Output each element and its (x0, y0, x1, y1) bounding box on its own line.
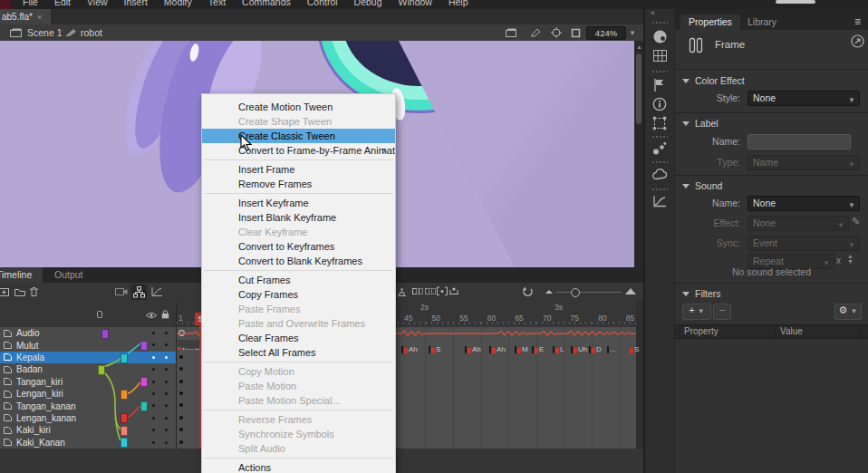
timeline-zoom-slider[interactable] (571, 288, 580, 297)
mouth-frame-label[interactable]: D (589, 341, 602, 351)
menu-item-insert-keyframe[interactable]: Insert Keyframe (202, 196, 395, 210)
clip-content-icon[interactable] (571, 28, 581, 38)
document-tab[interactable]: ab5.fla* × (0, 9, 51, 24)
menu-item-create-motion-tween[interactable]: Create Motion Tween (202, 100, 395, 114)
large-frames-icon[interactable] (625, 286, 637, 296)
style-dropdown[interactable]: None▼ (747, 91, 860, 106)
mouth-frame-label[interactable]: S (429, 341, 440, 351)
menu-item-convert-to-frame-by-frame[interactable]: Convert to Frame-by-Frame Animation› (202, 143, 395, 158)
scene-clapper-icon[interactable] (10, 28, 22, 37)
menu-window[interactable]: Window (391, 0, 440, 8)
camera-icon[interactable] (115, 286, 128, 296)
menu-item-clear-frames[interactable]: Clear Frames (202, 331, 395, 345)
circular-arrow-icon[interactable] (851, 34, 864, 48)
menu-file[interactable]: File (14, 0, 46, 8)
graph-editor-icon[interactable] (151, 286, 163, 297)
layer-swatch-lengan-kiri[interactable] (121, 390, 128, 400)
menu-debug[interactable]: Debug (346, 0, 391, 8)
parent-view-toggle[interactable] (131, 285, 147, 300)
frame-label-neutral[interactable]: Neutr (178, 340, 201, 350)
creative-cloud-icon[interactable] (652, 169, 668, 180)
mouth-frame-label[interactable]: E (532, 341, 544, 351)
edit-scene-icon[interactable] (506, 28, 517, 37)
keyframe-tangan-kanan[interactable] (179, 403, 183, 407)
frames-board-icon[interactable] (652, 49, 668, 63)
layer-swatch-kaki-kanan[interactable] (121, 438, 128, 448)
scrollbar-thumb[interactable] (636, 53, 641, 124)
eye-icon[interactable] (146, 312, 157, 319)
mouth-frame-label[interactable]: S (630, 341, 639, 351)
layer-swatch-tangan-kiri[interactable] (140, 377, 148, 387)
mouth-frame-label[interactable]: Uh (571, 341, 587, 351)
transform-grid-icon[interactable] (652, 116, 667, 130)
close-icon[interactable]: × (37, 13, 42, 22)
edit-multiple-frames-icon[interactable] (437, 286, 448, 296)
menu-item-copy-frames[interactable]: Copy Frames (202, 287, 395, 302)
graph-panel-icon[interactable] (652, 195, 667, 208)
menu-item-insert-blank-keyframe[interactable]: Insert Blank Keyframe (202, 210, 395, 225)
remove-filter-button[interactable]: − (713, 304, 731, 320)
menu-commands[interactable]: Commands (234, 0, 299, 8)
sound-name-dropdown[interactable]: None▼ (747, 196, 860, 211)
section-sound[interactable]: Sound (682, 180, 722, 191)
edit-symbols-icon[interactable] (530, 28, 541, 37)
keyframe-badan[interactable] (179, 367, 183, 371)
menu-control[interactable]: Control (299, 0, 346, 8)
layer-swatch-tangan-kanan[interactable] (140, 401, 148, 411)
repeat-stepper[interactable]: ▲▼ (847, 254, 854, 265)
menu-item-select-all-frames[interactable]: Select All Frames (202, 345, 395, 360)
layer-swatch-kaki-kiri[interactable] (121, 426, 128, 436)
keyframe-kaki-kiri[interactable] (179, 428, 183, 431)
mouth-frame-label[interactable]: Ah (489, 341, 506, 351)
breadcrumb-scene[interactable]: Scene 1 (27, 27, 63, 38)
mouth-frame-label[interactable]: Ah (465, 341, 481, 351)
info-icon[interactable] (652, 97, 667, 111)
add-filter-button[interactable]: + ▼ (682, 304, 711, 320)
menu-item-insert-frame[interactable]: Insert Frame (202, 162, 395, 177)
keyframe-tangan-kiri[interactable] (179, 380, 183, 383)
new-folder-icon[interactable] (14, 286, 26, 297)
tab-output[interactable]: Output (47, 267, 91, 283)
small-frames-icon[interactable] (545, 286, 554, 295)
menu-help[interactable]: Help (440, 0, 477, 8)
new-layer-icon[interactable] (0, 286, 9, 297)
mouth-frame-label[interactable]: L (553, 341, 564, 351)
menu-insert[interactable]: Insert (116, 0, 156, 8)
layer-swatch-kepala[interactable] (121, 353, 128, 363)
layer-swatch-badan[interactable] (98, 365, 105, 375)
stage-vertical-scrollbar[interactable]: ▲ (634, 41, 643, 267)
onion-skin-icon[interactable] (412, 286, 423, 296)
scroll-up-icon[interactable]: ▲ (636, 43, 642, 50)
label-name-input[interactable] (747, 134, 851, 150)
breadcrumb-symbol[interactable]: robot (81, 27, 102, 38)
menu-item-cut-frames[interactable]: Cut Frames (202, 273, 395, 287)
center-stage-icon[interactable] (551, 27, 562, 38)
layer-swatch-audio[interactable] (101, 329, 109, 339)
tab-properties[interactable]: Properties (680, 14, 740, 30)
particles-icon[interactable] (652, 141, 667, 156)
loop-playback-icon[interactable] (522, 286, 534, 297)
stamp-icon[interactable] (396, 286, 408, 297)
layer-swatch-lengan-kanan[interactable] (121, 413, 128, 423)
mouth-frame-label[interactable]: ... (607, 341, 616, 351)
menu-item-actions[interactable]: Actions (202, 460, 395, 473)
delete-layer-icon[interactable] (29, 286, 39, 297)
layer-swatch-mulut[interactable] (140, 341, 148, 351)
collapse-panels-icon[interactable]: « (651, 8, 655, 17)
onion-skin-outline-icon[interactable] (425, 286, 436, 296)
filter-options-button[interactable]: ⚙ ▼ (834, 304, 862, 320)
lock-icon[interactable] (161, 310, 169, 319)
mouth-frame-label[interactable]: Ah (401, 341, 418, 351)
edit-sound-pencil-icon[interactable]: ✎ (852, 216, 860, 227)
menu-text[interactable]: Text (200, 0, 234, 8)
keyframe-lengan-kiri[interactable] (179, 391, 183, 395)
menu-item-convert-to-blank-keyframes[interactable]: Convert to Blank Keyframes (202, 254, 395, 268)
menu-item-create-classic-tween[interactable]: Create Classic Tween (202, 129, 395, 143)
paint-palette-icon[interactable] (652, 29, 668, 44)
keyframe-kepala[interactable] (179, 355, 183, 359)
menu-edit[interactable]: Edit (46, 0, 79, 8)
menu-item-convert-to-keyframes[interactable]: Convert to Keyframes (202, 239, 395, 254)
zoom-dropdown-icon[interactable]: ▼ (629, 29, 636, 37)
flag-icon[interactable] (652, 78, 666, 92)
menu-view[interactable]: View (79, 0, 116, 8)
